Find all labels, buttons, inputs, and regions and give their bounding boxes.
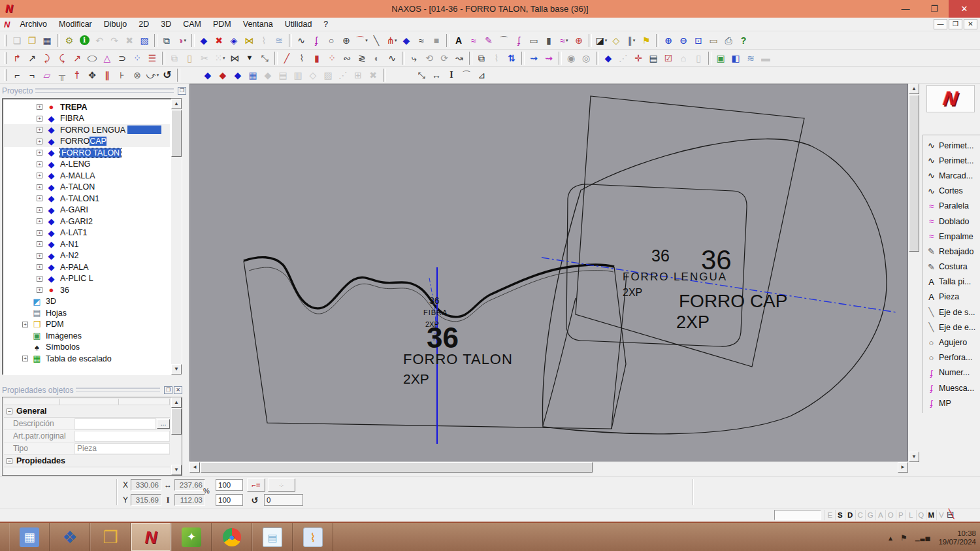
color-swatch[interactable]: ■ <box>429 33 444 48</box>
tool-pieza[interactable]: A Pieza <box>925 290 980 305</box>
flag-cell[interactable]: G <box>865 510 875 520</box>
flag-cell[interactable]: E <box>825 510 835 520</box>
save-file[interactable]: ▦ <box>40 33 55 48</box>
expand-icon[interactable]: + <box>22 322 28 327</box>
minimize-button[interactable]: — <box>891 0 920 18</box>
paste[interactable]: ▯ <box>182 51 197 65</box>
redo[interactable]: ↷ <box>107 33 122 48</box>
hand-tool[interactable]: ▬ <box>759 51 774 65</box>
taskbar-clock[interactable]: 10:38 19/07/2024 <box>938 529 976 546</box>
marker-pen[interactable]: ✎ <box>482 33 497 48</box>
2D[interactable]: 2D <box>133 18 155 31</box>
point-tool[interactable]: ⊕ <box>339 33 354 48</box>
measure-colored[interactable]: ✛ <box>631 51 646 65</box>
rotate-center[interactable]: ⊕ <box>572 33 587 48</box>
piece-translate[interactable]: ◆ <box>197 33 212 48</box>
tree-item-36[interactable]: + ● 36 <box>4 284 170 296</box>
measure-ruler[interactable]: ▭ <box>706 33 721 48</box>
corner-finish-1[interactable]: ↱ <box>10 51 25 65</box>
scroll-down-icon[interactable]: ▼ <box>171 465 182 475</box>
bag-tool-1[interactable]: ⌂ <box>676 51 691 65</box>
tree-item-simbolos[interactable]: ♠ Símbolos <box>4 342 170 354</box>
help[interactable]: ? <box>736 33 751 48</box>
apply-curve-right-alt[interactable]: ⇝ <box>542 51 557 65</box>
curve-pen[interactable]: ʄ <box>309 33 324 48</box>
copy[interactable]: ⧉ <box>167 51 182 65</box>
taskbar-calculator[interactable]: ▦ <box>9 523 50 551</box>
corner-finish-4[interactable]: ⤹ <box>55 51 70 65</box>
piece-fast-delete[interactable]: ◆ <box>216 68 231 82</box>
canvas-horizontal-scrollbar[interactable]: ◄ ► <box>189 462 908 473</box>
tree-item-a-talon[interactable]: + ◆ A-TALON <box>4 182 170 193</box>
zoom-out[interactable]: ⊖ <box>676 33 691 48</box>
Utilidad[interactable]: Utilidad <box>279 18 318 31</box>
parallel-red[interactable]: ∥ <box>100 68 115 82</box>
taskbar-candle[interactable]: ⌇ <box>293 523 333 551</box>
tree-item-a-pala[interactable]: + ◆ A-PALA <box>4 261 170 273</box>
tree-item-a-lat1[interactable]: + ◆ A-LAT1 <box>4 227 170 239</box>
measure-angle[interactable]: ⊿ <box>474 68 489 82</box>
tree-item-a-n2[interactable]: + ◆ A-N2 <box>4 250 170 262</box>
flag-cell[interactable]: Q <box>916 510 926 520</box>
circle-tool[interactable]: ○ <box>324 33 339 48</box>
tree-item-tabla-escalado[interactable]: + ▦ Tabla de escalado <box>4 353 170 365</box>
pin-arrow[interactable]: ⤷ <box>407 51 422 65</box>
piece-mirror[interactable]: ⋈ <box>242 33 257 48</box>
properties-scrollbar[interactable]: ▲ ▼ <box>171 397 182 475</box>
line-tool[interactable]: ╲ <box>369 33 384 48</box>
properties-panel-header[interactable]: Propiedades objetos ❐ ✕ <box>2 384 182 395</box>
view-3d[interactable]: ◧ <box>728 51 743 65</box>
title-bar[interactable]: N NAXOS - [014-36 - FORRO TALON, Talla b… <box>0 0 980 18</box>
measure-radius[interactable]: ⌒ <box>459 68 474 82</box>
toolbar-grip[interactable] <box>4 35 7 46</box>
flag-tool[interactable]: ⚑ <box>639 33 654 48</box>
toolbar-grip[interactable] <box>4 52 7 64</box>
toolbar-grip[interactable] <box>4 69 7 81</box>
tool-talla-pie[interactable]: A Talla pi... <box>925 275 980 290</box>
stitch-pen[interactable]: ⌇ <box>295 51 310 65</box>
collapse-icon[interactable]: − <box>7 409 12 414</box>
expand-icon[interactable]: + <box>37 241 42 247</box>
tree-item-fibra[interactable]: + ◆ FIBRA <box>4 113 170 125</box>
layers[interactable]: ⧉ <box>159 33 174 48</box>
diamond-pointer[interactable]: ◆ <box>601 51 616 65</box>
ellipsis-button[interactable]: ... <box>157 419 170 429</box>
expand-icon[interactable]: + <box>37 116 42 122</box>
clamp-tool[interactable]: ⊦ <box>115 68 130 82</box>
flag-cell[interactable]: M <box>926 510 936 520</box>
duplicate-sheet[interactable]: ⧉ <box>474 51 489 65</box>
red-dagger[interactable]: † <box>70 68 85 82</box>
tool-agujero[interactable]: ○ Agujero <box>925 335 980 350</box>
tree-item-forro-lengua[interactable]: + ◆ FORRO LENGUA <box>4 124 170 136</box>
taskbar-explorer[interactable]: ❒ <box>90 523 131 551</box>
grid-properties[interactable]: ▤ <box>646 51 661 65</box>
piece-walk[interactable]: ⌇ <box>257 33 272 48</box>
close-button[interactable]: ✕ <box>949 0 980 18</box>
tree-item-a-n1[interactable]: + ◆ A-N1 <box>4 239 170 250</box>
Modificar[interactable]: Modificar <box>53 18 98 31</box>
stair-curve[interactable]: ≷ <box>355 51 370 65</box>
expand-icon[interactable]: + <box>37 207 42 213</box>
tool-eje-escalado[interactable]: ╲ Eje de e... <box>925 320 980 335</box>
scissors-path[interactable]: ⤻▾ <box>145 68 160 82</box>
walk-tool[interactable]: ⌇ <box>489 51 504 65</box>
Ventana[interactable]: Ventana <box>237 18 279 31</box>
piece-new[interactable]: ◈ <box>227 33 242 48</box>
red-pen-line[interactable]: ╱ <box>280 51 295 65</box>
anchor-drop[interactable]: ◆ <box>261 68 276 82</box>
move-cross[interactable]: ✥ <box>85 68 100 82</box>
tree-item-a-malla[interactable]: + ◆ A-MALLA <box>4 170 170 182</box>
scroll-thumb[interactable] <box>171 409 182 435</box>
measure-free[interactable]: ⤡ <box>414 68 429 82</box>
pens-tool[interactable]: ∥▾ <box>624 33 639 48</box>
tool-perimetro-1[interactable]: ∿ Perimet... <box>925 138 980 153</box>
flag-cell[interactable]: O <box>885 510 896 520</box>
corner-finish-2[interactable]: ↗ <box>25 51 40 65</box>
Archivo[interactable]: Archivo <box>14 18 53 31</box>
color-palette[interactable]: ◑▾ <box>174 33 189 48</box>
tree-item-forro-cap[interactable]: + ◆ FORRO CAP <box>4 136 170 148</box>
taskbar-naxos[interactable]: N <box>131 523 171 551</box>
prop-art-patr-original[interactable]: Art.patr.original <box>4 430 170 442</box>
scroll-up-icon[interactable]: ▲ <box>171 397 182 408</box>
scroll-thumb[interactable] <box>201 462 593 473</box>
